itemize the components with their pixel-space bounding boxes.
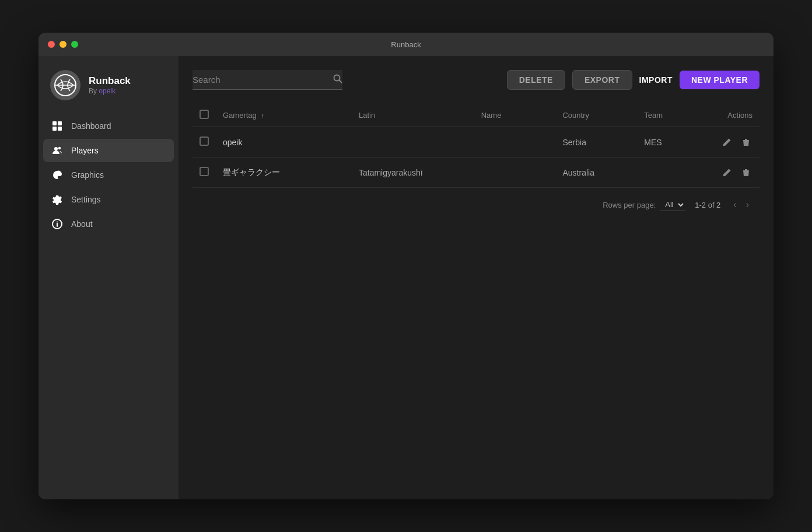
- window-title: Runback: [391, 40, 421, 49]
- select-all-checkbox[interactable]: [200, 110, 209, 119]
- cell-name: [474, 127, 556, 158]
- sidebar-app-info: Runback By opeik: [89, 75, 131, 95]
- cell-actions: [705, 158, 760, 188]
- delete-row-button[interactable]: [740, 135, 752, 149]
- gear-icon: [51, 194, 63, 205]
- svg-point-7: [54, 147, 58, 150]
- players-table: Gamertag ↑ Latin Name Country: [192, 104, 760, 188]
- table-row: 畳ギャラクシー Tatamigyarakushī Australia: [192, 158, 760, 188]
- col-latin[interactable]: Latin: [352, 104, 474, 127]
- search-wrapper: [192, 70, 342, 90]
- svg-rect-4: [58, 121, 62, 125]
- prev-page-button[interactable]: ‹: [730, 197, 740, 212]
- sidebar-item-dashboard[interactable]: Dashboard: [43, 114, 174, 138]
- sidebar-app-by: By opeik: [89, 87, 131, 95]
- titlebar: Runback: [38, 33, 774, 56]
- sidebar-item-label: Settings: [71, 195, 101, 204]
- sidebar-item-label: Dashboard: [71, 121, 111, 131]
- app-logo: [50, 70, 80, 100]
- svg-rect-3: [52, 121, 57, 125]
- palette-icon: [51, 169, 63, 181]
- sidebar-author-link[interactable]: opeik: [99, 87, 116, 95]
- svg-point-11: [58, 172, 59, 173]
- info-icon: [51, 218, 63, 230]
- sidebar-header: Runback By opeik: [38, 61, 178, 114]
- search-input[interactable]: [192, 70, 342, 90]
- cell-gamertag: 畳ギャラクシー: [216, 158, 352, 188]
- svg-line-17: [340, 80, 342, 83]
- table-body: opeik Serbia MES: [192, 127, 760, 188]
- close-button[interactable]: [48, 41, 55, 48]
- sidebar-item-settings[interactable]: Settings: [43, 188, 174, 211]
- cell-country: Serbia: [555, 127, 637, 158]
- table-header-row: Gamertag ↑ Latin Name Country: [192, 104, 760, 127]
- row-checkbox[interactable]: [200, 167, 209, 176]
- sidebar: Runback By opeik: [38, 56, 178, 499]
- fullscreen-button[interactable]: [71, 41, 78, 48]
- delete-row-button[interactable]: [740, 166, 752, 179]
- main-content: DELETE EXPORT IMPORT NEW PLAYER Gamertag: [178, 56, 774, 499]
- col-team[interactable]: Team: [637, 104, 705, 127]
- col-country[interactable]: Country: [555, 104, 637, 127]
- sidebar-item-graphics[interactable]: Graphics: [43, 163, 174, 187]
- export-button[interactable]: EXPORT: [572, 70, 632, 90]
- sidebar-item-label: Graphics: [71, 170, 104, 180]
- cell-team: MES: [637, 127, 705, 158]
- svg-rect-6: [58, 127, 62, 131]
- page-info: 1-2 of 2: [695, 201, 720, 209]
- rows-per-page: Rows per page: All 10 25 50: [603, 198, 685, 211]
- svg-point-15: [57, 222, 58, 223]
- table-row: opeik Serbia MES: [192, 127, 760, 158]
- cell-select: [192, 127, 216, 158]
- rows-per-page-select[interactable]: All 10 25 50: [660, 198, 685, 211]
- sidebar-item-label: About: [71, 219, 93, 229]
- players-table-container: Gamertag ↑ Latin Name Country: [192, 104, 760, 485]
- svg-point-8: [58, 147, 61, 149]
- svg-point-10: [55, 173, 57, 174]
- grid-icon: [51, 120, 63, 132]
- col-select: [192, 104, 216, 127]
- col-gamertag[interactable]: Gamertag ↑: [216, 104, 352, 127]
- sidebar-app-name: Runback: [89, 75, 131, 87]
- toolbar: DELETE EXPORT IMPORT NEW PLAYER: [192, 70, 760, 90]
- sidebar-item-label: Players: [71, 146, 99, 155]
- sidebar-nav: Dashboard Players: [38, 114, 178, 236]
- edit-button[interactable]: [720, 135, 734, 149]
- edit-button[interactable]: [720, 166, 734, 179]
- next-page-button[interactable]: ›: [743, 197, 752, 212]
- svg-point-12: [60, 174, 61, 175]
- traffic-lights: [48, 41, 78, 48]
- sidebar-item-players[interactable]: Players: [43, 139, 174, 162]
- cell-country: Australia: [555, 158, 637, 188]
- users-icon: [51, 145, 63, 156]
- cell-gamertag: opeik: [216, 127, 352, 158]
- row-checkbox[interactable]: [200, 136, 209, 146]
- page-nav: ‹ ›: [730, 197, 752, 212]
- cell-select: [192, 158, 216, 188]
- pagination: Rows per page: All 10 25 50 1-2 of 2 ‹ ›: [192, 188, 760, 212]
- new-player-button[interactable]: NEW PLAYER: [680, 71, 760, 89]
- app-body: Runback By opeik: [38, 56, 774, 499]
- svg-point-9: [55, 175, 56, 176]
- svg-rect-5: [52, 127, 57, 131]
- col-actions: Actions: [705, 104, 760, 127]
- sort-arrow-gamertag: ↑: [261, 112, 264, 119]
- cell-latin: [352, 127, 474, 158]
- app-window: Runback Runback: [38, 33, 774, 499]
- delete-button[interactable]: DELETE: [507, 70, 565, 90]
- rows-per-page-label: Rows per page:: [603, 201, 656, 209]
- cell-actions: [705, 127, 760, 158]
- cell-name: [474, 158, 556, 188]
- search-icon: [333, 74, 342, 86]
- sidebar-item-about[interactable]: About: [43, 212, 174, 236]
- import-button[interactable]: IMPORT: [639, 75, 673, 85]
- minimize-button[interactable]: [60, 41, 66, 48]
- cell-team: [637, 158, 705, 188]
- col-name[interactable]: Name: [474, 104, 556, 127]
- cell-latin: Tatamigyarakushī: [352, 158, 474, 188]
